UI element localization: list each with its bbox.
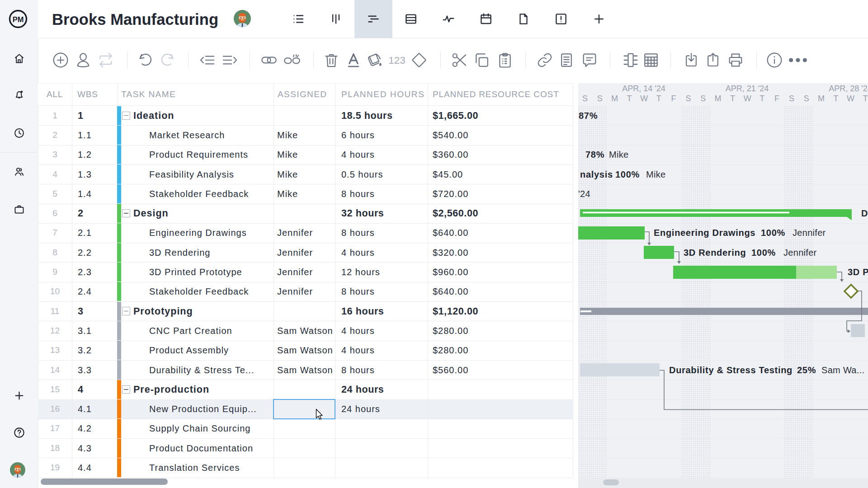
svg-text:PM: PM — [13, 15, 24, 23]
svg-text:123: 123 — [388, 55, 406, 66]
